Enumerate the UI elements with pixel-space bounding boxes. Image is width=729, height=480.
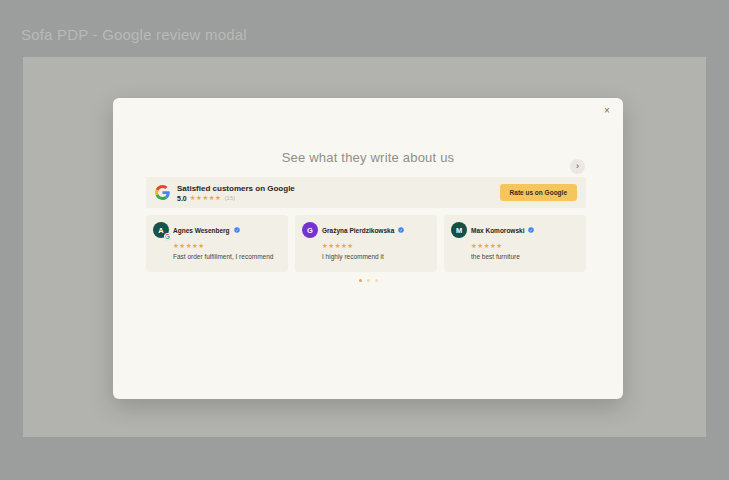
card-head: M Max Komorowski bbox=[451, 222, 579, 238]
review-card: M Max Komorowski ★★★★★ the best furnitur… bbox=[444, 215, 586, 272]
google-badge-icon bbox=[164, 233, 171, 240]
carousel-dots bbox=[113, 279, 623, 282]
summary-text: Satisfied customers on Google 5.0 ★★★★★ … bbox=[177, 184, 295, 202]
card-head: A Agnes Wesenberg bbox=[153, 222, 281, 238]
avatar: G bbox=[302, 222, 318, 238]
card-head: G Grażyna Pierdzikowska bbox=[302, 222, 430, 238]
rating-stars-icon: ★★★★★ bbox=[190, 195, 222, 202]
google-summary-bar: Satisfied customers on Google 5.0 ★★★★★ … bbox=[146, 177, 586, 208]
rate-us-button[interactable]: Rate us on Google bbox=[500, 184, 577, 201]
carousel-dot[interactable] bbox=[367, 279, 370, 282]
summary-title: Satisfied customers on Google bbox=[177, 184, 295, 193]
review-cards: A Agnes Wesenberg ★★★★★ Fas bbox=[146, 215, 586, 272]
carousel-next-button[interactable]: › bbox=[570, 159, 585, 174]
review-card: G Grażyna Pierdzikowska ★★★★★ I highly r… bbox=[295, 215, 437, 272]
verified-icon bbox=[398, 227, 404, 233]
reviewer-name: Agnes Wesenberg bbox=[173, 227, 230, 234]
google-g-icon bbox=[155, 185, 170, 200]
frame-title: Sofa PDP - Google review modal bbox=[21, 26, 247, 43]
review-count: (15) bbox=[224, 195, 235, 201]
reviewer-name: Grażyna Pierdzikowska bbox=[322, 227, 394, 234]
avatar-initial: G bbox=[307, 226, 313, 235]
rating-row: 5.0 ★★★★★ (15) bbox=[177, 195, 295, 202]
avatar: A bbox=[153, 222, 169, 238]
verified-icon bbox=[528, 227, 534, 233]
chevron-right-icon: › bbox=[576, 161, 579, 171]
carousel-dot[interactable] bbox=[359, 279, 362, 282]
modal-heading: See what they write about us bbox=[113, 150, 623, 165]
avatar: M bbox=[451, 222, 467, 238]
review-text: I highly recommend it bbox=[322, 253, 430, 260]
verified-icon bbox=[234, 227, 240, 233]
review-stars-icon: ★★★★★ bbox=[322, 243, 430, 250]
rating-value: 5.0 bbox=[177, 195, 187, 202]
carousel-dot[interactable] bbox=[375, 279, 378, 282]
review-stars-icon: ★★★★★ bbox=[471, 243, 579, 250]
review-card: A Agnes Wesenberg ★★★★★ Fas bbox=[146, 215, 288, 272]
review-stars-icon: ★★★★★ bbox=[173, 243, 281, 250]
reviewer-name: Max Komorowski bbox=[471, 227, 524, 234]
google-review-modal: × See what they write about us › Satisfi… bbox=[113, 98, 623, 399]
review-text: the best furniture bbox=[471, 253, 579, 260]
close-button[interactable]: × bbox=[600, 104, 614, 118]
avatar-initial: A bbox=[158, 226, 163, 235]
review-text: Fast order fulfillment, I recommend bbox=[173, 253, 281, 260]
close-icon: × bbox=[604, 105, 610, 116]
avatar-initial: M bbox=[456, 226, 462, 235]
